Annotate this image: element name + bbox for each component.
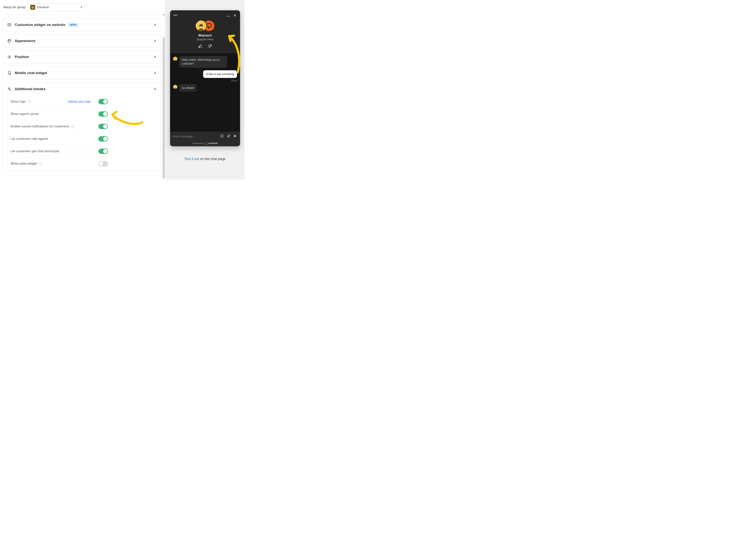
tweak-label: Show agent's photo xyxy=(10,112,39,116)
monitor-icon xyxy=(7,23,12,27)
info-icon[interactable]: i xyxy=(28,100,31,103)
tweak-label: Show logo xyxy=(10,100,26,103)
panel-tweaks-title: Additional tweaks xyxy=(15,87,150,91)
panel-mobile-title: Mobile chat widget xyxy=(15,71,150,75)
toggle-sound[interactable] xyxy=(98,124,108,129)
svg-rect-12 xyxy=(207,24,211,27)
info-icon[interactable]: i xyxy=(71,125,74,128)
toggle-agent-photo[interactable] xyxy=(98,111,108,117)
panel-customize: Customize widget on website NEW! xyxy=(3,18,161,32)
group-selector[interactable]: G General xyxy=(28,3,84,11)
svg-rect-10 xyxy=(10,90,10,90)
chat-header: ••• ✕ Wojciech Support Hero xyxy=(170,10,240,53)
chat-widget-preview: ••• ✕ Wojciech Support Hero xyxy=(170,10,240,146)
tweak-row-sound: Enable sound notifications for customers… xyxy=(10,120,108,133)
message-row-visitor: I'd like to ask something xyxy=(173,70,237,78)
sliders-icon xyxy=(7,87,12,91)
svg-rect-0 xyxy=(8,24,11,26)
svg-rect-9 xyxy=(8,88,9,88)
tweak-label: White label widget xyxy=(10,162,37,166)
svg-point-13 xyxy=(174,58,176,60)
read-receipt: Read xyxy=(173,79,237,82)
toggle-show-logo[interactable] xyxy=(98,99,108,104)
group-badge: G xyxy=(30,5,35,10)
svg-point-16 xyxy=(221,136,222,136)
powered-by-prefix: Powered by xyxy=(192,142,204,144)
toggle-white-label[interactable] xyxy=(98,161,108,166)
svg-point-15 xyxy=(221,135,224,137)
panel-tweaks: Additional tweaks Show logo i Upload you… xyxy=(3,82,161,171)
attachment-icon[interactable] xyxy=(227,134,231,138)
chevron-right-icon xyxy=(154,39,157,42)
move-icon xyxy=(7,55,12,59)
panel-tweaks-header[interactable]: Additional tweaks xyxy=(3,83,161,95)
chevron-right-icon xyxy=(154,23,157,26)
mini-avatar xyxy=(173,57,177,61)
send-icon[interactable] xyxy=(233,134,237,139)
panel-appearance-header[interactable]: Appearance xyxy=(3,34,161,47)
info-icon[interactable]: i xyxy=(39,162,42,165)
status-online-icon xyxy=(196,21,198,23)
message-row-agent: Go ahead xyxy=(173,84,237,92)
panel-position-title: Position xyxy=(15,55,150,59)
panel-position-header[interactable]: Position xyxy=(3,50,161,63)
tweak-row-agent-photo: Show agent's photo xyxy=(10,108,108,120)
test-it-out-line: Test it out on the chat page xyxy=(184,157,226,161)
minimize-icon[interactable] xyxy=(227,16,230,16)
test-suffix: on the chat page xyxy=(199,157,226,161)
panel-customize-header[interactable]: Customize widget on website NEW! xyxy=(3,18,161,31)
svg-point-4 xyxy=(10,40,10,40)
chevron-right-icon xyxy=(154,55,157,58)
tweak-label: Let customers get chat transcripts xyxy=(10,150,59,153)
svg-point-1 xyxy=(9,24,10,25)
palette-icon xyxy=(7,39,12,43)
toggle-transcripts[interactable] xyxy=(98,148,108,154)
livechat-brand-text: LiveChat xyxy=(208,142,218,144)
agent-role: Support Hero xyxy=(196,38,213,41)
chat-input-bar xyxy=(170,132,240,141)
chevron-right-icon xyxy=(154,72,157,75)
panel-appearance-title: Appearance xyxy=(15,39,150,43)
caret-down-icon xyxy=(80,7,82,8)
svg-point-3 xyxy=(9,40,9,40)
svg-point-14 xyxy=(174,86,176,88)
more-menu-icon[interactable]: ••• xyxy=(173,13,178,17)
tweak-label: Let customers rate agents xyxy=(10,137,48,141)
message-bubble: I'd like to ask something xyxy=(203,70,237,78)
message-row-agent: Hello Visitor. What brings you to LiveCh… xyxy=(173,56,237,68)
tweak-label: Enable sound notifications for customers xyxy=(10,125,69,128)
tweaks-body: Show logo i Upload your logo Show agent'… xyxy=(3,95,161,171)
test-it-out-link[interactable]: Test it out xyxy=(184,157,199,161)
panel-mobile: Mobile chat widget xyxy=(3,66,161,80)
setup-topbar: Setup for group G General xyxy=(0,0,165,15)
scroll-thumb[interactable] xyxy=(163,37,165,179)
group-name: General xyxy=(37,5,79,9)
upload-logo-link[interactable]: Upload your logo xyxy=(68,100,91,103)
livechat-brand-icon xyxy=(205,142,207,144)
chevron-down-icon xyxy=(154,87,157,90)
chat-body: Hello Visitor. What brings you to LiveCh… xyxy=(170,53,240,132)
scroll-up-icon xyxy=(163,14,164,15)
close-icon[interactable]: ✕ xyxy=(233,13,237,17)
emoji-icon[interactable] xyxy=(220,134,224,138)
mini-avatar xyxy=(173,85,177,89)
setup-label: Setup for group xyxy=(3,5,26,9)
svg-point-2 xyxy=(8,41,9,41)
tweak-row-rate: Let customers rate agents xyxy=(10,133,108,145)
thumbs-down-icon[interactable] xyxy=(207,44,212,49)
thumbs-up-icon[interactable] xyxy=(198,44,203,49)
panel-position: Position xyxy=(3,50,161,63)
svg-point-17 xyxy=(222,136,223,136)
message-bubble: Hello Visitor. What brings you to LiveCh… xyxy=(179,56,227,68)
agent-name: Wojciech xyxy=(198,34,212,37)
livechat-brand[interactable]: LiveChat xyxy=(205,142,218,144)
new-badge: NEW! xyxy=(68,23,79,27)
panel-appearance: Appearance xyxy=(3,34,161,48)
toggle-rate[interactable] xyxy=(98,136,108,141)
panel-mobile-header[interactable]: Mobile chat widget xyxy=(3,67,161,79)
powered-by: Powered by LiveChat xyxy=(170,141,240,146)
tweak-row-transcripts: Let customers get chat transcripts xyxy=(10,145,108,158)
agent-avatar xyxy=(196,20,206,31)
scrollbar[interactable] xyxy=(162,13,165,179)
message-input[interactable] xyxy=(173,135,217,138)
